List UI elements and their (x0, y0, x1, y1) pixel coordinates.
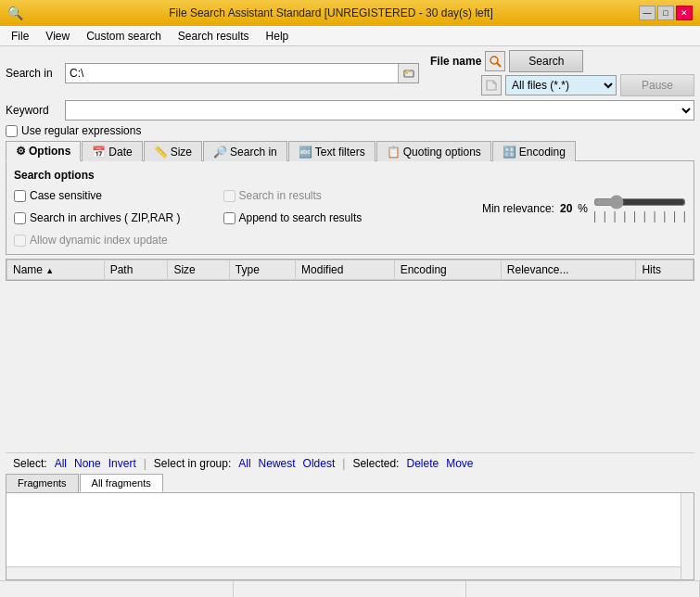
select-label: Select: (13, 457, 47, 470)
file-name-top-row: File name Search (430, 50, 694, 72)
group-newest-link[interactable]: Newest (259, 457, 296, 470)
pause-button[interactable]: Pause (620, 74, 694, 96)
tab-search-in[interactable]: 🔎 Search in (203, 141, 287, 161)
delete-link[interactable]: Delete (406, 457, 439, 470)
fragment-tabs: Fragments All fragments (6, 474, 694, 492)
select-invert-link[interactable]: Invert (108, 457, 136, 470)
tab-size[interactable]: 📏 Size (144, 141, 202, 161)
tab-date[interactable]: 📅 Date (82, 141, 142, 161)
group-oldest-link[interactable]: Oldest (303, 457, 336, 470)
separator2: | (342, 457, 345, 470)
tab-options[interactable]: ⚙ Options (6, 141, 81, 161)
file-type-select[interactable]: All files (*.*) (505, 75, 617, 95)
app-icon: 🔍 (7, 6, 23, 20)
options-panel: Search options Case sensitive Search in … (6, 160, 694, 255)
file-type-row: All files (*.*) Pause (430, 74, 694, 96)
separator1: | (144, 457, 146, 470)
svg-marker-4 (487, 81, 496, 90)
minimize-button[interactable]: — (639, 6, 655, 20)
use-regex-checkbox[interactable] (6, 125, 18, 137)
table-header-row: Name ▲ Path Size Type Modified Encoding … (7, 260, 694, 280)
tab-fragments[interactable]: Fragments (6, 474, 79, 492)
col-modified[interactable]: Modified (296, 260, 395, 280)
svg-rect-1 (404, 72, 408, 74)
search-in-input[interactable] (66, 64, 398, 83)
select-in-group-label: Select in group: (154, 457, 231, 470)
menu-search-results[interactable]: Search results (171, 28, 257, 44)
date-icon: 📅 (92, 146, 106, 159)
relevance-slider[interactable] (593, 195, 686, 210)
col-name[interactable]: Name ▲ (7, 260, 105, 280)
keyword-row: Keyword (6, 100, 694, 121)
results-table: Name ▲ Path Size Type Modified Encoding … (6, 260, 694, 280)
append-results-label: Append to search results (239, 211, 363, 224)
select-all-link[interactable]: All (55, 457, 67, 470)
search-in-icon: 🔎 (213, 146, 227, 159)
search-in-results-checkbox[interactable] (223, 190, 235, 202)
quoting-icon: 📋 (387, 146, 401, 159)
status-cell-2 (234, 581, 467, 597)
title-text: File Search Assistant Standard [UNREGIST… (23, 6, 639, 19)
text-filters-icon: 🔤 (299, 146, 312, 159)
bottom-status (0, 580, 700, 597)
menu-view[interactable]: View (38, 28, 77, 44)
search-in-results-label: Search in results (239, 189, 322, 202)
fragment-scrollbar-h[interactable] (6, 566, 681, 579)
bottom-area: Select: All None Invert | Select in grou… (0, 452, 700, 580)
col-encoding[interactable]: Encoding (394, 260, 501, 280)
search-in-row: Search in File name Search (6, 50, 694, 96)
col-relevance[interactable]: Relevance... (501, 260, 636, 280)
file-type-icon[interactable] (481, 75, 502, 95)
file-name-icon-btn[interactable] (485, 51, 505, 71)
group-all-link[interactable]: All (238, 457, 250, 470)
search-in-label: Search in (6, 67, 61, 80)
file-name-label: File name (430, 55, 481, 68)
col-hits[interactable]: Hits (636, 260, 694, 280)
append-results-checkbox[interactable] (223, 212, 235, 224)
col-path[interactable]: Path (104, 260, 168, 280)
menu-help[interactable]: Help (259, 28, 297, 44)
dynamic-index-row: Allow dynamic index update (14, 234, 686, 247)
tab-quoting-options[interactable]: 📋 Quoting options (376, 141, 491, 161)
min-relevance-unit: % (578, 202, 588, 215)
search-in-archives-checkbox[interactable] (14, 212, 26, 224)
select-none-link[interactable]: None (74, 457, 101, 470)
window-controls: — □ ✕ (639, 6, 693, 20)
fragment-scrollbar-v[interactable] (681, 493, 694, 579)
menu-file[interactable]: File (4, 28, 36, 44)
col-type[interactable]: Type (229, 260, 295, 280)
min-relevance-label: Min relevance: (482, 202, 554, 215)
close-button[interactable]: ✕ (676, 6, 693, 20)
menu-bar: File View Custom search Search results H… (0, 26, 700, 46)
menu-custom-search[interactable]: Custom search (79, 28, 169, 44)
append-results-row: Append to search results (223, 211, 363, 224)
encoding-icon: 🔠 (503, 146, 516, 159)
dynamic-index-checkbox[interactable] (14, 235, 26, 247)
svg-point-2 (490, 57, 498, 64)
case-sensitive-label: Case sensitive (30, 189, 102, 202)
use-regex-row: Use regular expressions (6, 124, 694, 137)
options-left-col: Case sensitive Search in archives ( ZIP,… (14, 189, 181, 228)
move-link[interactable]: Move (446, 457, 473, 470)
tab-text-filters[interactable]: 🔤 Text filters (288, 141, 375, 161)
options-main-row: Case sensitive Search in archives ( ZIP,… (14, 189, 686, 228)
results-area[interactable]: Name ▲ Path Size Type Modified Encoding … (6, 259, 694, 281)
options-icon: ⚙ (16, 145, 26, 158)
case-sensitive-checkbox[interactable] (14, 190, 26, 202)
tab-encoding[interactable]: 🔠 Encoding (492, 141, 576, 161)
tab-all-fragments[interactable]: All fragments (80, 474, 163, 492)
size-icon: 📏 (154, 146, 168, 159)
status-cell-3 (466, 581, 700, 597)
search-button[interactable]: Search (509, 50, 583, 72)
options-middle-col: Search in results Append to search resul… (223, 189, 363, 228)
status-cell-1 (0, 581, 234, 597)
fragment-content (6, 492, 694, 580)
keyword-input[interactable] (65, 100, 694, 121)
maximize-button[interactable]: □ (657, 6, 674, 20)
col-size[interactable]: Size (168, 260, 229, 280)
relevance-section: Min relevance: 20 % ||||| ||||| (482, 195, 686, 222)
min-relevance-value: 20 (560, 202, 572, 215)
search-in-browse-button[interactable] (398, 64, 418, 83)
selected-label: Selected: (352, 457, 399, 470)
results-area-wrap: Name ▲ Path Size Type Modified Encoding … (0, 259, 700, 452)
